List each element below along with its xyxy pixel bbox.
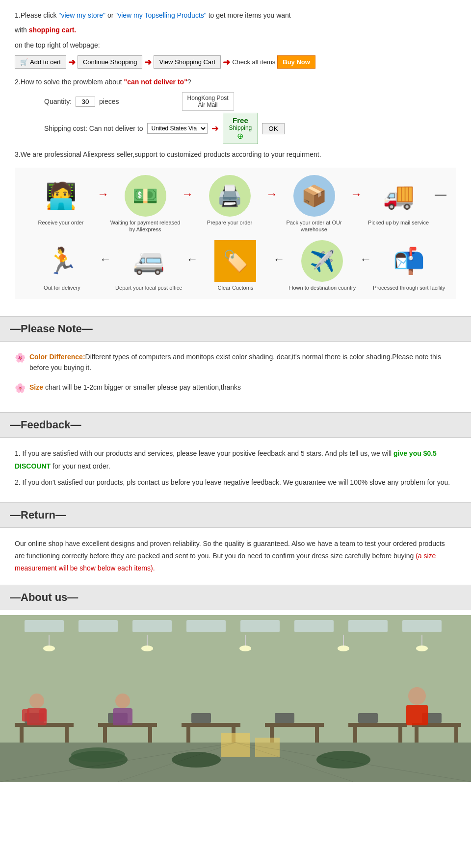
cart-icon: 🛒 xyxy=(20,58,28,66)
topselling-link[interactable]: "view my Topselling Products" xyxy=(115,11,207,19)
process-row2: 🏃 Out for delivery ← 🚐 Depart your local… xyxy=(25,240,446,291)
factory-image xyxy=(0,615,471,782)
arrow-r2-2: ← xyxy=(186,240,198,266)
size-label: Size xyxy=(29,383,43,391)
pickup-label: Picked up by mail service xyxy=(362,219,435,226)
svg-rect-49 xyxy=(255,738,280,757)
process-item-pickup: 🚚 Picked up by mail service xyxy=(362,175,435,226)
shipping-row: Shipping cost: Can not deliver to United… xyxy=(44,113,456,144)
quantity-input[interactable] xyxy=(76,97,95,107)
svg-rect-18 xyxy=(182,723,240,727)
arrow-r2-3: ← xyxy=(273,240,285,266)
feedback-item1: 1. If you are satisfied with our product… xyxy=(15,447,456,472)
quantity-label: Quantity: xyxy=(44,98,72,105)
prepare-icon: 🖨️ xyxy=(217,184,242,208)
svg-rect-9 xyxy=(294,620,334,632)
payment-label: Waiting for payment released by Aliexpre… xyxy=(109,219,182,233)
pickup-icon-box: 🚚 xyxy=(378,175,419,217)
arrow-r1-2: → xyxy=(182,175,193,201)
process-item-receive: 🧑‍💻 Receive your order xyxy=(25,175,97,226)
note-icon-1: 🌸 xyxy=(15,352,26,363)
shipping-select[interactable]: United States Via xyxy=(147,123,208,134)
page-wrapper: 1.Please click "view my store" or "view … xyxy=(0,0,471,782)
buy-now-button[interactable]: Buy Now xyxy=(277,55,315,69)
step1-text: 1.Please click "view my store" or "view … xyxy=(15,10,456,21)
delivery-icon: 🏃 xyxy=(46,246,78,276)
about-header: —About us— xyxy=(0,585,471,610)
view-cart-button[interactable]: View Shopping Cart xyxy=(154,55,221,69)
svg-rect-38 xyxy=(22,709,29,721)
svg-point-63 xyxy=(416,645,428,651)
process-item-payment: 💵 Waiting for payment released by Aliexp… xyxy=(109,175,182,233)
free-label: Free xyxy=(229,116,252,124)
shopping-cart-label: shopping cart. xyxy=(29,26,76,34)
shipping-cost-label: Shipping cost: Can not deliver to xyxy=(44,124,143,132)
delivery-label: Out for delivery xyxy=(25,284,100,291)
continue-shopping-button[interactable]: Continue Shopping xyxy=(78,55,143,69)
main-content: 1.Please click "view my store" or "view … xyxy=(0,0,471,782)
receive-icon-box: 🧑‍💻 xyxy=(40,175,82,217)
arrow2: ➜ xyxy=(144,57,152,68)
about-section xyxy=(0,610,471,782)
svg-point-57 xyxy=(141,645,153,651)
sort-icon-box: 📬 xyxy=(388,240,430,282)
plane-icon-box: ✈️ xyxy=(301,240,343,282)
arrow-r2-4: ← xyxy=(360,240,371,266)
svg-rect-39 xyxy=(39,709,47,721)
svg-rect-10 xyxy=(348,620,388,632)
note-item-size: 🌸 Size chart will be 1-2cm bigger or sma… xyxy=(15,382,456,394)
pack-label: Pack your order at OUr warehouse xyxy=(278,219,350,233)
arrow3: ➜ xyxy=(223,57,230,68)
sort-icon: 📬 xyxy=(393,246,425,276)
svg-point-46 xyxy=(172,752,221,768)
svg-rect-14 xyxy=(65,727,69,743)
customs-icon-box: 🏷️ xyxy=(214,240,256,282)
svg-point-59 xyxy=(239,645,251,651)
process-item-sort: 📬 Processed through sort facility xyxy=(371,240,446,291)
svg-point-45 xyxy=(71,747,125,762)
receive-label: Receive your order xyxy=(25,219,97,226)
svg-point-61 xyxy=(338,645,349,651)
receive-icon: 🧑‍💻 xyxy=(45,181,77,211)
factory-svg xyxy=(0,615,471,782)
note-section: 🌸 Color Difference:Different types of co… xyxy=(0,342,471,413)
plane-icon: ✈️ xyxy=(310,249,335,273)
arrow-r1-3: → xyxy=(266,175,278,201)
air-label: Air Mail xyxy=(187,101,229,108)
note-text-size: Size chart will be 1-2cm bigger or small… xyxy=(29,382,241,393)
payment-icon: 💵 xyxy=(132,184,158,208)
process-item-plane: ✈️ Flown to destination country xyxy=(285,240,360,291)
svg-rect-17 xyxy=(148,727,152,743)
pickup-icon: 🚚 xyxy=(383,181,415,211)
svg-point-42 xyxy=(408,687,426,705)
delivery-icon-box: 🏃 xyxy=(41,240,83,282)
pieces-label: pieces xyxy=(99,98,119,105)
post-label-box: HongKong Post Air Mail xyxy=(182,92,234,111)
shopping-section: 1.Please click "view my store" or "view … xyxy=(0,0,471,316)
feedback-item2: 2. If you don't satisfied our porducts, … xyxy=(15,476,456,489)
svg-rect-5 xyxy=(78,620,118,632)
svg-rect-24 xyxy=(348,723,407,727)
svg-rect-11 xyxy=(402,620,442,632)
process-item-customs: 🏷️ Clear Cuctoms xyxy=(198,240,273,291)
svg-rect-6 xyxy=(132,620,172,632)
process-item-pack: 📦 Pack your order at OUr warehouse xyxy=(278,175,350,233)
feedback-section: 1. If you are satisfied with our product… xyxy=(0,438,471,502)
shipping-label2: Shipping xyxy=(229,124,252,131)
svg-rect-48 xyxy=(221,733,250,757)
add-to-cert-button[interactable]: 🛒 Add to cert xyxy=(15,55,66,69)
deliver-section: 2.How to solve the prowblem about "can n… xyxy=(15,76,456,144)
arrow-r1-5: — xyxy=(435,175,446,201)
ok-button[interactable]: OK xyxy=(262,123,284,134)
cant-deliver-highlight: "can not deliver to" xyxy=(124,78,187,86)
cart-flow: 🛒 Add to cert ➜ Continue Shopping ➜ View… xyxy=(15,55,456,69)
view-store-link[interactable]: "view my store" xyxy=(58,11,105,19)
arrow-r1-4: → xyxy=(350,175,362,201)
feedback-header: —Feedback— xyxy=(0,412,471,438)
note-text-color: Color Difference:Different types of comp… xyxy=(29,351,456,373)
step2-text: 2.How to solve the prowblem about "can n… xyxy=(15,76,456,88)
svg-rect-28 xyxy=(415,727,419,743)
svg-point-36 xyxy=(29,694,44,708)
step3-text: 3.We are professional Aliexpress seller,… xyxy=(15,149,456,160)
svg-rect-4 xyxy=(25,620,64,632)
